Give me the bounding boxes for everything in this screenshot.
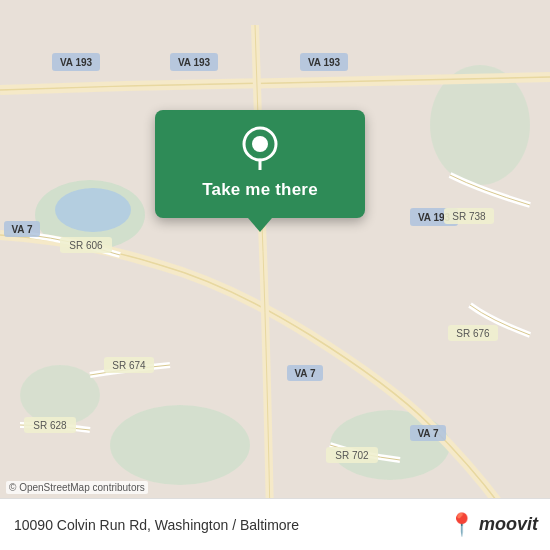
moovit-pin-icon: 📍 <box>448 512 475 538</box>
osm-credit: © OpenStreetMap contributors <box>6 481 148 494</box>
svg-text:VA 193: VA 193 <box>178 57 211 68</box>
svg-point-34 <box>55 188 131 232</box>
svg-text:VA 193: VA 193 <box>308 57 341 68</box>
svg-point-4 <box>20 365 100 425</box>
svg-point-1 <box>110 405 250 485</box>
map-svg: VA 193 VA 193 VA 193 VA 193 VA 7 VA 7 VA… <box>0 0 550 550</box>
location-card[interactable]: Take me there <box>155 110 365 218</box>
svg-text:SR 606: SR 606 <box>69 240 103 251</box>
address-text: 10090 Colvin Run Rd, Washington / Baltim… <box>14 517 299 533</box>
svg-text:VA 7: VA 7 <box>11 224 33 235</box>
bottom-bar: 10090 Colvin Run Rd, Washington / Baltim… <box>0 498 550 550</box>
moovit-wordmark: moovit <box>479 514 538 535</box>
moovit-logo: 📍 moovit <box>448 512 538 538</box>
take-me-there-button[interactable]: Take me there <box>202 180 318 200</box>
svg-point-36 <box>252 136 268 152</box>
svg-text:SR 702: SR 702 <box>335 450 369 461</box>
svg-text:VA 7: VA 7 <box>294 368 316 379</box>
svg-text:VA 7: VA 7 <box>417 428 439 439</box>
svg-text:SR 676: SR 676 <box>456 328 490 339</box>
svg-text:SR 628: SR 628 <box>33 420 67 431</box>
svg-text:SR 738: SR 738 <box>452 211 486 222</box>
svg-text:SR 674: SR 674 <box>112 360 146 371</box>
svg-text:VA 193: VA 193 <box>60 57 93 68</box>
map-container: VA 193 VA 193 VA 193 VA 193 VA 7 VA 7 VA… <box>0 0 550 550</box>
location-pin-icon <box>238 126 282 170</box>
